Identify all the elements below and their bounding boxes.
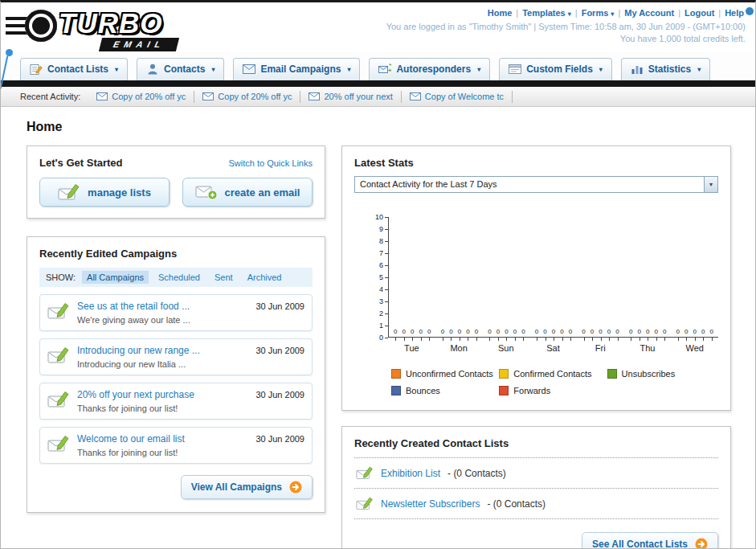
campaign-title-link[interactable]: Introducing our new range ... [77,345,248,356]
get-started-panel: Let's Get Started Switch to Quick Links … [27,145,325,219]
top-link-logout[interactable]: Logout [684,8,714,18]
recent-activity-link[interactable]: Copy of Welcome tc [425,92,504,101]
legend-label: Unsubscribes [622,369,676,379]
logo-word: TURBO [59,7,162,39]
campaign-row: Introducing our new range ...Introducing… [39,338,313,375]
create-email-button[interactable]: create an email [182,178,313,207]
chart-value-label: 0 [615,328,619,335]
top-link-help[interactable]: Help [725,8,744,18]
legend-item: Forwards [499,386,607,395]
legend-swatch [499,386,509,395]
chart-value-label: 0 [629,328,632,335]
chart-value-label: 0 [569,328,572,335]
chart-group: 00000 [624,328,672,337]
x-axis-label: Tue [388,343,435,353]
tab-contact-lists[interactable]: Contact Lists▾ [20,58,128,80]
tab-label: Email Campaigns [260,64,341,75]
chart-value-label: 0 [543,328,546,335]
chart-value-label: 0 [458,328,461,335]
tab-custom-fields[interactable]: Custom Fields▾ [499,58,612,80]
chart-group: 00000 [436,328,484,337]
logo-swirl-icon [25,10,57,42]
contact-list-link[interactable]: Exhibition List [381,468,440,479]
contact-list-item: Newsletter Subscribers- (0 Contacts) [354,488,718,519]
campaign-subtitle: Introducing our new Italia ... [77,359,248,369]
chart-group: 00000 [483,328,530,337]
switch-quick-links-link[interactable]: Switch to Quick Links [228,158,313,168]
recent-campaigns-panel: Recently Edited Campaigns SHOW: All Camp… [27,236,325,513]
campaign-subtitle: We're giving away our late ... [77,315,248,325]
pencil-envelope-icon [356,496,374,511]
tab-email-campaigns[interactable]: Email Campaigns▾ [233,58,360,80]
envelope-icon [202,92,214,100]
recent-activity-item[interactable]: 20% off your next [300,91,401,103]
chart-value-label: 0 [521,328,525,335]
recent-activity-link[interactable]: Copy of 20% off yc [218,92,292,101]
filter-sent[interactable]: Sent [210,271,238,284]
chart-value-label: 0 [684,328,688,335]
legend-label: Bounces [406,386,440,395]
filter-scheduled[interactable]: Scheduled [153,271,205,284]
chart-value-label: 0 [535,328,538,335]
tab-autoresponders[interactable]: Autoresponders▾ [369,58,490,80]
stats-period-select[interactable]: Contact Activity for the Last 7 Days ▼ [354,176,718,193]
chart-value-label: 0 [560,328,563,335]
legend-label: Forwards [513,386,550,395]
campaign-title-link[interactable]: Welcome to our email list [77,433,248,445]
recent-contact-lists-title: Recently Created Contact Lists [354,437,718,449]
see-all-contact-lists-button[interactable]: See All Contact Lists [582,532,718,549]
recent-activity-label: Recent Activity: [20,92,80,101]
recent-activity-link[interactable]: Copy of 20% off yc [112,92,186,101]
tab-label: Contacts [164,64,205,75]
chart-y-axis: 109876543210 [370,217,388,338]
chart-group: 00000 [577,328,624,337]
campaign-title-link[interactable]: 20% off your next purchase [77,389,248,400]
view-all-campaigns-button[interactable]: View All Campaigns [181,475,313,499]
contact-lists-icon [30,63,43,76]
get-started-title: Let's Get Started [39,157,123,169]
legend-swatch [607,369,617,379]
chart-value-label: 0 [505,328,508,335]
chevron-down-icon: ▾ [697,66,701,73]
campaign-filters: All CampaignsScheduledSentArchived [82,271,286,284]
pencil-envelope-icon [47,434,70,453]
filter-all-campaigns[interactable]: All Campaigns [82,271,149,284]
top-link-forms[interactable]: Forms ▾ [582,8,615,18]
recent-activity-item[interactable]: Copy of 20% off yc [88,91,194,103]
header: TURBO EMAIL Home|Templates ▾|Forms ▾|My … [1,2,755,52]
contact-list-count: - (0 Contacts) [447,468,506,479]
pencil-envelope-icon [356,465,374,481]
campaign-title-link[interactable]: See us at the retail food ... [77,301,248,312]
campaign-text: See us at the retail food ...We're givin… [77,301,248,325]
tab-label: Contact Lists [47,64,108,75]
credits-info: You have 1,000 total credits left. [386,34,746,43]
chart-value-label: 0 [427,328,431,335]
recent-activity-item[interactable]: Copy of Welcome tc [402,91,513,103]
chart-value-label: 0 [599,328,602,335]
stats-period-value: Contact Activity for the Last 7 Days [355,177,497,192]
recent-activity-link[interactable]: 20% off your next [324,92,392,101]
chart-value-label: 0 [552,328,555,335]
manage-lists-button[interactable]: manage lists [39,178,170,207]
latest-stats-panel: Latest Stats Contact Activity for the La… [341,145,731,411]
recent-activity-item[interactable]: Copy of 20% off yc [194,91,300,103]
latest-stats-title: Latest Stats [354,157,718,169]
chevron-down-icon: ▾ [599,66,603,73]
tab-statistics[interactable]: Statistics▾ [621,58,710,80]
filter-archived[interactable]: Archived [243,271,287,284]
x-axis-label: Sat [529,343,577,353]
chart-value-label: 0 [513,328,517,335]
chart-plot-area: 00000000000000000000000000000000000 TueM… [388,217,718,353]
tab-label: Statistics [648,64,691,75]
chart-group: 00000 [389,328,436,337]
contact-list-link[interactable]: Newsletter Subscribers [381,498,480,510]
chevron-down-icon: ▾ [568,10,571,18]
top-link-templates[interactable]: Templates ▾ [522,8,571,18]
contact-list-item: Exhibition List- (0 Contacts) [354,457,718,488]
top-link-my-account[interactable]: My Account [624,8,674,18]
chart-value-label: 0 [449,328,452,335]
recent-contact-lists-panel: Recently Created Contact Lists Exhibitio… [341,426,731,549]
tab-contacts[interactable]: Contacts▾ [137,58,224,80]
chart-value-label: 0 [475,328,478,335]
top-link-home[interactable]: Home [488,8,513,18]
